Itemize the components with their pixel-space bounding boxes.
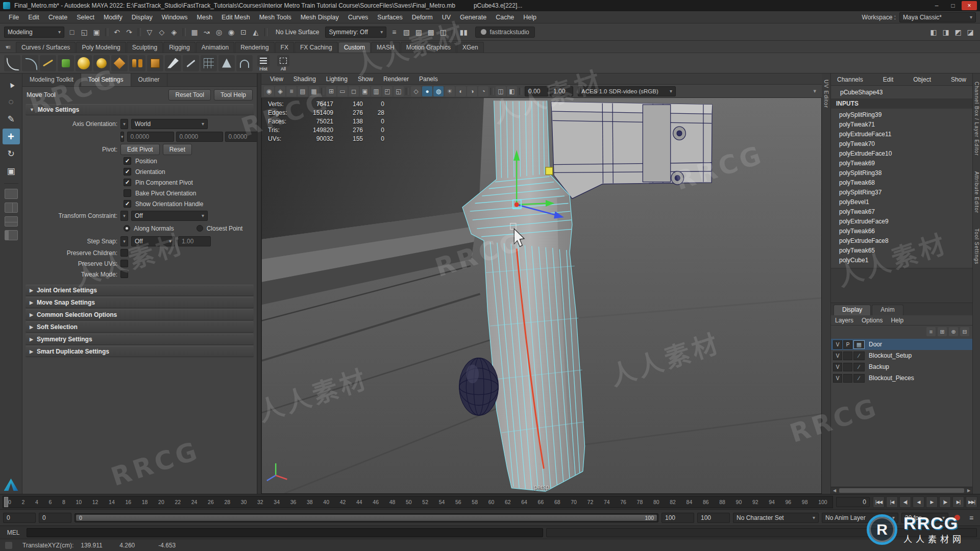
panel-tab[interactable]: Tool Settings: [81, 73, 131, 86]
closest-point-option[interactable]: Closest Point: [197, 225, 243, 232]
history-node[interactable]: polyExtrudeFace9: [831, 217, 972, 227]
viewport-menu-item[interactable]: Shading: [289, 74, 321, 84]
shelf-tab[interactable]: Curves / Surfaces: [16, 42, 76, 53]
wireframe-icon[interactable]: ◇: [411, 86, 421, 96]
menu-item[interactable]: Generate: [455, 12, 491, 22]
symmetry-selector[interactable]: Symmetry: Off: [325, 27, 386, 38]
select-hierarchy-icon[interactable]: ▽: [144, 27, 155, 38]
channel-box-layer-editor-dock-tab[interactable]: Channel Box / Layer Editor: [974, 82, 979, 156]
pause-icon[interactable]: ▮▮: [458, 27, 469, 38]
shape-node-name[interactable]: pCubeShape43: [831, 86, 972, 97]
layer-name[interactable]: Backup: [866, 363, 970, 370]
axis-value-field[interactable]: 0.0000: [127, 132, 174, 142]
bridge-icon[interactable]: [236, 55, 253, 71]
poly-diamond-icon[interactable]: [111, 55, 128, 71]
closest-point-radio[interactable]: [197, 225, 203, 232]
history-toggle-icon[interactable]: Hist: [254, 54, 273, 73]
history-node[interactable]: polyBevel1: [831, 197, 972, 207]
along-normals-option[interactable]: Along Normals: [124, 225, 174, 232]
layer-display-type[interactable]: ▦: [853, 340, 865, 349]
motion-blur-icon[interactable]: ◔: [478, 86, 488, 96]
safe-action-icon[interactable]: ◰: [382, 86, 393, 96]
step-back-frame-button[interactable]: |◀: [886, 496, 898, 508]
layer-editor-menu[interactable]: Options: [862, 317, 883, 324]
command-input[interactable]: [27, 528, 543, 537]
layer-playback-toggle[interactable]: [843, 363, 852, 371]
layer-name[interactable]: Blockout_Pieces: [866, 374, 970, 382]
history-node[interactable]: polyTweak69: [831, 159, 972, 168]
menu-item[interactable]: File: [4, 12, 23, 22]
construction-history-icon[interactable]: ≡: [388, 27, 400, 38]
toggle-channel-box-icon[interactable]: ◪: [965, 27, 976, 38]
live-surface-label[interactable]: No Live Surface: [276, 29, 319, 36]
image-plane-icon[interactable]: ▦: [309, 86, 319, 96]
move-tool-icon[interactable]: +: [3, 129, 20, 144]
layer-display-type[interactable]: ∕: [853, 374, 865, 383]
menu-item[interactable]: Mesh: [192, 12, 217, 22]
layer-scrollbar[interactable]: [831, 487, 972, 494]
menu-item[interactable]: UV: [437, 12, 455, 22]
bake-pivot-orientation-checkbox[interactable]: [124, 189, 131, 197]
axis-orientation-menu-icon[interactable]: [120, 119, 128, 129]
layer-visibility-toggle[interactable]: V: [833, 374, 842, 383]
animation-start-field[interactable]: 0: [3, 513, 36, 523]
shelf-tab[interactable]: Custom: [338, 42, 371, 53]
redo-icon[interactable]: ↷: [124, 27, 135, 38]
ep-curve-tool-icon[interactable]: [22, 55, 38, 71]
viewport-menu-item[interactable]: View: [265, 74, 288, 84]
scroll-left-icon[interactable]: [831, 487, 838, 494]
attribute-editor-dock-tab[interactable]: Attribute Editor: [974, 171, 979, 213]
axis-orientation-select[interactable]: World: [131, 119, 208, 129]
scale-tool-icon[interactable]: ▣: [3, 163, 20, 179]
history-node[interactable]: polyTweak67: [831, 207, 972, 217]
step-forward-frame-button[interactable]: ▶|: [952, 496, 964, 508]
history-node[interactable]: polyExtrudeFace10: [831, 149, 972, 159]
outliner-persp-layout-icon[interactable]: [5, 230, 18, 240]
layer-editor-tab[interactable]: Anim: [872, 305, 903, 315]
history-node[interactable]: polyTweak65: [831, 246, 972, 256]
quad-draw-icon[interactable]: [201, 55, 217, 71]
open-scene-icon[interactable]: ◱: [79, 27, 90, 38]
select-camera-icon[interactable]: ◉: [264, 86, 274, 96]
menu-item[interactable]: Create: [44, 12, 72, 22]
layer-playback-toggle[interactable]: [843, 352, 852, 360]
menu-item[interactable]: Mesh Display: [296, 12, 344, 22]
occlusion-icon[interactable]: ◑: [467, 86, 477, 96]
layer-display-type[interactable]: ∕: [853, 363, 865, 371]
scroll-right-icon[interactable]: [965, 487, 972, 494]
along-normals-radio[interactable]: [124, 225, 130, 232]
exposure-field[interactable]: 0.00: [525, 86, 548, 96]
tweak-mode-checkbox[interactable]: [120, 270, 128, 278]
poly-sphere-icon[interactable]: [93, 55, 110, 71]
new-scene-icon[interactable]: □: [66, 27, 78, 38]
layer-name[interactable]: Door: [866, 341, 970, 348]
lock-camera-icon[interactable]: ◈: [275, 86, 285, 96]
tool-help-button[interactable]: Tool Help: [214, 89, 253, 101]
settings-section-header[interactable]: Symmetry Settings: [26, 334, 254, 345]
auto-key-icon[interactable]: [951, 512, 963, 523]
layer-row[interactable]: V∕Backup: [831, 361, 972, 372]
snap-view-plane-icon[interactable]: ⊡: [238, 27, 249, 38]
empty-layer-icon[interactable]: ⊞: [938, 327, 947, 336]
pencil-curve-tool-icon[interactable]: [40, 55, 56, 71]
panel-splitter[interactable]: [257, 73, 261, 494]
open-render-view-icon[interactable]: ▧: [401, 27, 412, 38]
layer-row[interactable]: V∕Blockout_Pieces: [831, 372, 972, 384]
shelf-tab[interactable]: FX Caching: [295, 42, 338, 53]
axis-value-field[interactable]: 0.0000: [176, 132, 223, 142]
preserve-children-checkbox[interactable]: [120, 249, 128, 257]
workspace-selector[interactable]: Maya Classic*: [899, 12, 976, 22]
tool-settings-dock-tab[interactable]: Tool Settings: [974, 229, 979, 264]
shelf-tab[interactable]: FX: [275, 42, 294, 53]
resolution-gate-icon[interactable]: ◻: [349, 86, 359, 96]
reset-pivot-button[interactable]: Reset: [163, 144, 192, 155]
shelf-tab[interactable]: Sculpting: [127, 42, 163, 53]
shelf-tab[interactable]: Rigging: [163, 42, 195, 53]
close-button[interactable]: ×: [962, 1, 977, 10]
menu-item[interactable]: Modify: [99, 12, 127, 22]
maximize-button[interactable]: □: [945, 1, 961, 10]
history-node[interactable]: polyTweak68: [831, 178, 972, 188]
layer-editor-menu[interactable]: Layers: [835, 317, 853, 324]
history-node[interactable]: polyExtrudeFace11: [831, 130, 972, 139]
menu-item[interactable]: Surfaces: [373, 12, 407, 22]
